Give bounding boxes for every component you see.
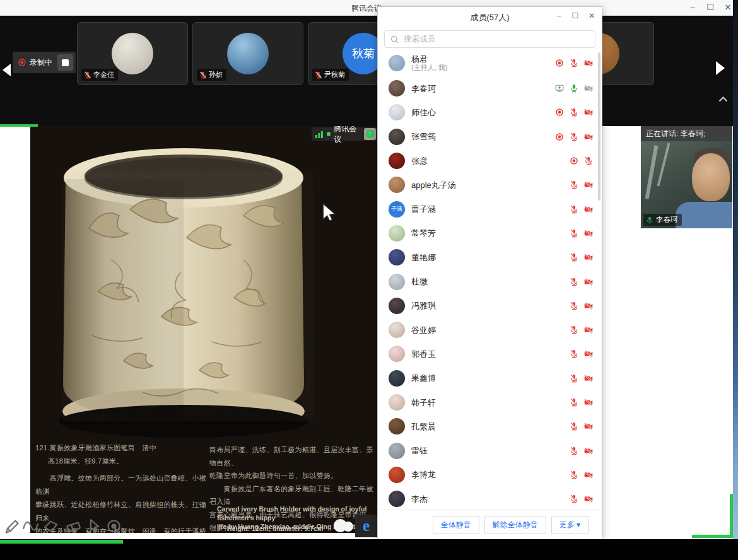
mic-muted-icon[interactable] (570, 470, 578, 479)
mic-muted-icon[interactable] (570, 132, 578, 141)
cam-muted-icon[interactable] (584, 180, 593, 189)
stop-recording-button[interactable] (57, 54, 73, 71)
member-row[interactable]: 常琴芳 (378, 221, 602, 245)
member-row[interactable]: 李博龙 (378, 463, 602, 487)
cam-muted-icon[interactable] (584, 494, 593, 503)
cam-muted-icon[interactable] (584, 349, 593, 358)
mic-muted-icon[interactable] (570, 277, 578, 286)
pen-tool-icon[interactable] (2, 517, 20, 535)
scrollbar-thumb[interactable] (598, 52, 600, 201)
edge-icon[interactable]: e (355, 515, 377, 537)
member-row[interactable]: 雷钰 (378, 438, 602, 462)
member-row[interactable]: 郭香玉 (378, 342, 602, 366)
background-pipe (657, 143, 671, 187)
member-row[interactable]: 师佳心 (378, 100, 602, 124)
maximize-button[interactable]: ☐ (703, 1, 718, 14)
member-row[interactable]: 冯雅琪 (378, 294, 602, 318)
member-status-icons (555, 84, 593, 93)
mic-muted-icon[interactable] (570, 374, 578, 383)
mic-muted-icon[interactable] (570, 494, 578, 503)
panel-maximize-button[interactable]: ☐ (568, 10, 582, 21)
pointer-tool-icon[interactable] (85, 517, 103, 535)
eraser-tool-icon[interactable] (64, 517, 82, 535)
member-row[interactable]: 孔繁晨 (378, 414, 602, 438)
cam-muted-icon[interactable] (584, 277, 593, 286)
collapse-strip-icon[interactable] (718, 93, 728, 105)
mic-muted-icon[interactable] (570, 422, 578, 431)
member-names: 杨君(主持人, 我) (411, 54, 555, 72)
member-row[interactable]: 张雪筠 (378, 125, 602, 149)
more-button[interactable]: 更多 ▾ (551, 516, 589, 534)
cam-muted-icon[interactable] (584, 422, 593, 431)
mic-muted-icon[interactable] (570, 180, 578, 189)
member-name: 李杰 (411, 494, 570, 504)
cam-muted-icon[interactable] (584, 59, 593, 67)
cam-muted-icon[interactable] (584, 398, 593, 407)
member-row[interactable]: 李杰 (378, 487, 602, 510)
member-row[interactable]: 韩子轩 (378, 390, 602, 414)
cam-muted-icon[interactable] (584, 446, 593, 455)
cam-muted-icon[interactable] (584, 301, 593, 310)
cam-muted-icon[interactable] (584, 470, 593, 479)
member-row[interactable]: 张彦 (378, 149, 602, 173)
member-row[interactable]: 谷亚婷 (378, 318, 602, 342)
member-row[interactable]: 果鑫博 (378, 366, 602, 390)
mic-muted-icon[interactable] (570, 229, 578, 238)
cam-muted-icon[interactable] (584, 229, 593, 238)
member-names: apple丸子汤 (411, 180, 570, 190)
share-screen-icon[interactable]: ↑ (364, 128, 376, 140)
record-icon (555, 59, 564, 67)
member-names: 李博龙 (411, 470, 570, 479)
avatar: 子涵 (389, 201, 405, 218)
close-button[interactable]: ✕ (720, 1, 735, 14)
member-row[interactable]: 杨君(主持人, 我) (378, 50, 602, 76)
cam-muted-icon[interactable] (584, 205, 593, 214)
cam-off-icon[interactable] (584, 84, 593, 93)
scroll-right-icon[interactable] (716, 61, 725, 75)
cam-muted-icon[interactable] (584, 253, 593, 262)
curve-tool-icon[interactable] (21, 517, 39, 535)
member-row[interactable]: apple丸子汤 (378, 173, 602, 197)
mute-all-button[interactable]: 全体静音 (433, 516, 479, 534)
mic-muted-icon[interactable] (584, 156, 593, 165)
recording-label: 录制中 (30, 57, 52, 68)
search-input[interactable] (402, 34, 590, 44)
mic-muted-icon[interactable] (570, 59, 578, 67)
cam-muted-icon[interactable] (584, 132, 593, 141)
mic-muted-icon[interactable] (570, 108, 578, 117)
unmute-all-button[interactable]: 解除全体静音 (484, 516, 546, 534)
member-row[interactable]: 子涵曹子涵 (378, 197, 602, 221)
scroll-left-icon[interactable] (3, 64, 11, 76)
video-tile[interactable]: 孙妍 (192, 22, 303, 85)
panel-minimize-button[interactable]: – (552, 10, 566, 21)
mic-muted-icon[interactable] (570, 446, 578, 455)
mic-muted-icon[interactable] (570, 253, 578, 262)
tile-name: 孙妍 (209, 70, 223, 79)
mic-on-icon[interactable] (570, 84, 578, 93)
member-row[interactable]: 杜微 (378, 269, 602, 293)
member-name: 谷亚婷 (411, 325, 570, 335)
member-name: 杜微 (411, 277, 570, 286)
member-row[interactable]: 董艳娜 (378, 245, 602, 269)
mic-muted-icon[interactable] (570, 398, 578, 407)
member-search[interactable] (384, 30, 595, 48)
video-tile[interactable]: 李金佳 (77, 22, 188, 85)
cam-muted-icon[interactable] (584, 325, 593, 334)
member-status-icons (570, 301, 593, 310)
speaker-video[interactable]: 李春珂 (641, 141, 732, 228)
member-row[interactable]: 李春珂 (378, 76, 602, 100)
recording-indicator[interactable]: 录制中 (13, 52, 76, 73)
panel-close-button[interactable]: ✕ (585, 10, 599, 21)
shape-tool-icon[interactable] (42, 517, 59, 535)
minimize-button[interactable]: – (685, 1, 700, 14)
member-names: 曹子涵 (411, 204, 570, 214)
mic-muted-icon[interactable] (570, 349, 578, 358)
mic-muted-icon[interactable] (570, 205, 578, 214)
laser-tool-icon[interactable] (105, 517, 122, 535)
member-name: 杨君 (411, 54, 555, 64)
mic-muted-icon[interactable] (570, 301, 578, 310)
mic-muted-icon[interactable] (570, 325, 578, 334)
avatar (389, 467, 405, 483)
cam-muted-icon[interactable] (584, 374, 593, 383)
cam-muted-icon[interactable] (584, 108, 593, 117)
